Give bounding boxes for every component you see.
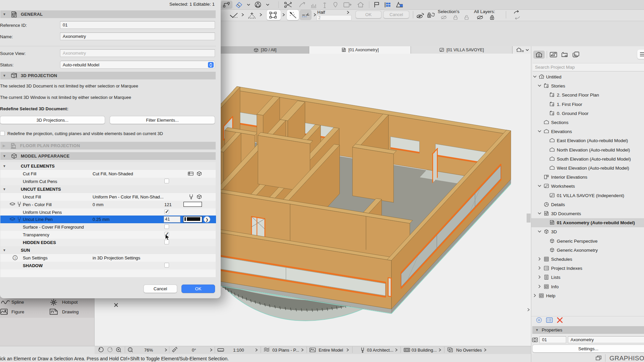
- svg-text:i: i: [15, 256, 15, 260]
